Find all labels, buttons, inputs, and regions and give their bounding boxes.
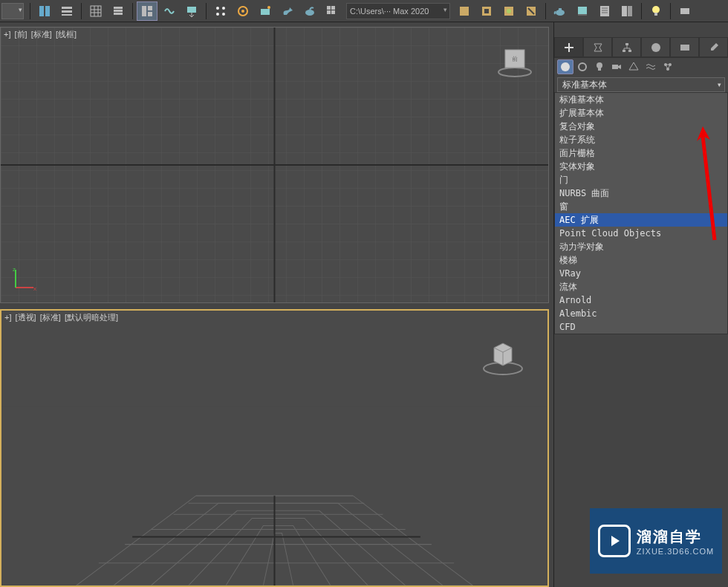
helpers-category[interactable] xyxy=(625,59,642,74)
play-icon xyxy=(598,525,631,557)
tool-btn-10[interactable] xyxy=(255,1,276,21)
viewcube-icon[interactable]: 前 xyxy=(496,41,533,78)
separator xyxy=(81,3,82,19)
svg-point-47 xyxy=(652,6,660,13)
svg-point-24 xyxy=(267,6,270,9)
primitive-type-dropdown: 标准基本体扩展基本体复合对象粒子系统面片栅格实体对象门NURBS 曲面窗AEC … xyxy=(554,92,728,334)
viewcube-3d-icon[interactable] xyxy=(481,333,525,377)
tool-btn-12[interactable] xyxy=(299,1,320,21)
tool-btn-7[interactable] xyxy=(181,1,202,21)
svg-rect-5 xyxy=(91,6,101,16)
tool-btn-20[interactable] xyxy=(617,1,637,21)
svg-text:z: z xyxy=(13,266,16,273)
cameras-category[interactable] xyxy=(608,59,625,74)
display-tab[interactable] xyxy=(670,37,699,57)
systems-category[interactable] xyxy=(660,59,676,74)
tool-btn-14[interactable] xyxy=(454,1,475,21)
command-panel: 标准基本体 标准基本体扩展基本体复合对象粒子系统面片栅格实体对象门NURBS 曲… xyxy=(553,22,728,587)
tool-btn-9[interactable] xyxy=(233,1,253,21)
panel-tabs xyxy=(554,37,728,58)
dropdown-item[interactable]: 标准基本体 xyxy=(555,93,727,106)
svg-rect-32 xyxy=(484,9,489,13)
vp-plus: +] xyxy=(4,313,11,322)
dropdown-item[interactable]: Arnold xyxy=(555,294,727,307)
svg-rect-13 xyxy=(142,6,146,16)
utilities-tab[interactable] xyxy=(699,37,728,57)
spacewarps-category[interactable] xyxy=(643,59,659,74)
teapot-icon[interactable] xyxy=(550,1,571,21)
svg-point-25 xyxy=(305,10,314,16)
grid-icon xyxy=(1,27,548,302)
svg-rect-26 xyxy=(327,6,331,10)
viewport-front[interactable]: +] [前] [标准] [线框] 前 xyxy=(0,27,549,303)
tool-btn-1[interactable] xyxy=(34,1,55,21)
shapes-category[interactable] xyxy=(574,59,591,74)
dropdown-item[interactable]: 实体对象 xyxy=(555,160,727,173)
dropdown-item[interactable]: 动力学对象 xyxy=(555,240,727,253)
svg-rect-10 xyxy=(114,7,123,9)
viewport-container: +] [前] [标准] [线框] 前 xyxy=(0,22,553,587)
dropdown-item[interactable]: 面片栅格 xyxy=(555,146,727,160)
geometry-category[interactable] xyxy=(557,59,573,74)
tool-btn-5-active[interactable] xyxy=(137,1,157,21)
svg-point-85 xyxy=(597,62,602,68)
separator xyxy=(30,3,30,19)
viewport-label-perspective[interactable]: +] [透视] [标准] [默认明暗处理] xyxy=(4,312,120,323)
hierarchy-tab[interactable] xyxy=(612,37,641,57)
dropdown-item[interactable]: 扩展基本体 xyxy=(555,106,727,120)
separator xyxy=(641,3,642,19)
dropdown-item[interactable]: CFD xyxy=(555,320,727,334)
tool-btn-13[interactable] xyxy=(322,1,342,21)
svg-point-19 xyxy=(216,13,219,16)
modify-tab[interactable] xyxy=(583,37,612,57)
tool-btn-2[interactable] xyxy=(56,1,77,21)
tool-btn-19[interactable] xyxy=(594,1,615,21)
svg-rect-45 xyxy=(622,6,627,16)
tool-btn-16[interactable] xyxy=(498,1,519,21)
viewport-perspective[interactable]: +] [透视] [标准] [默认明暗处理] xyxy=(0,309,549,587)
tool-btn-18[interactable] xyxy=(572,1,593,21)
svg-rect-28 xyxy=(327,10,331,14)
dropdown-item[interactable]: 门 xyxy=(555,173,727,187)
main-toolbar: C:\Users\··· Max 2020 xyxy=(0,0,728,22)
dropdown-item[interactable]: VRay xyxy=(555,267,727,280)
dropdown-item[interactable]: 复合对象 xyxy=(555,120,727,133)
dropdown-item[interactable]: 流体 xyxy=(555,280,727,294)
tool-btn-15[interactable] xyxy=(476,1,497,21)
vp-mode: [线框] xyxy=(56,30,77,39)
svg-rect-4 xyxy=(62,14,72,16)
lightbulb-icon[interactable] xyxy=(646,1,666,21)
svg-rect-86 xyxy=(598,68,601,71)
svg-point-20 xyxy=(222,13,225,16)
svg-rect-76 xyxy=(628,50,631,52)
viewport-label-front[interactable]: +] [前] [标准] [线框] xyxy=(4,29,78,40)
tool-btn-6[interactable] xyxy=(159,1,180,21)
watermark-url: ZIXUE.3D66.COM xyxy=(637,547,714,556)
workspace-dropdown[interactable] xyxy=(1,3,24,19)
svg-rect-87 xyxy=(612,65,618,69)
tool-btn-21[interactable] xyxy=(675,1,695,21)
path-text: C:\Users\··· Max 2020 xyxy=(350,7,429,16)
dropdown-item[interactable]: AEC 扩展 xyxy=(555,213,727,227)
dropdown-item[interactable]: 粒子系统 xyxy=(555,133,727,146)
dropdown-item[interactable]: 楼梯 xyxy=(555,253,727,267)
workspace: +] [前] [标准] [线框] 前 xyxy=(0,22,728,587)
tool-btn-11[interactable] xyxy=(277,1,298,21)
svg-rect-82 xyxy=(680,45,689,51)
tool-btn-8[interactable] xyxy=(210,1,231,21)
dropdown-item[interactable]: NURBS 曲面 xyxy=(555,187,727,200)
lights-category[interactable] xyxy=(591,59,608,74)
vp-mode: [默认明暗处理] xyxy=(65,313,118,322)
dropdown-item[interactable]: Point Cloud Objects xyxy=(555,227,727,240)
project-path-field[interactable]: C:\Users\··· Max 2020 xyxy=(346,3,450,19)
tool-btn-17[interactable] xyxy=(521,1,542,21)
dropdown-item[interactable]: Alembic xyxy=(555,307,727,320)
svg-point-34 xyxy=(507,9,511,13)
tool-btn-4[interactable] xyxy=(108,1,129,21)
create-tab[interactable] xyxy=(554,37,583,57)
tool-btn-3[interactable] xyxy=(85,1,106,21)
primitive-type-combo[interactable]: 标准基本体 xyxy=(557,77,725,92)
svg-point-37 xyxy=(556,10,565,16)
motion-tab[interactable] xyxy=(641,37,670,57)
dropdown-item[interactable]: 窗 xyxy=(555,200,727,213)
